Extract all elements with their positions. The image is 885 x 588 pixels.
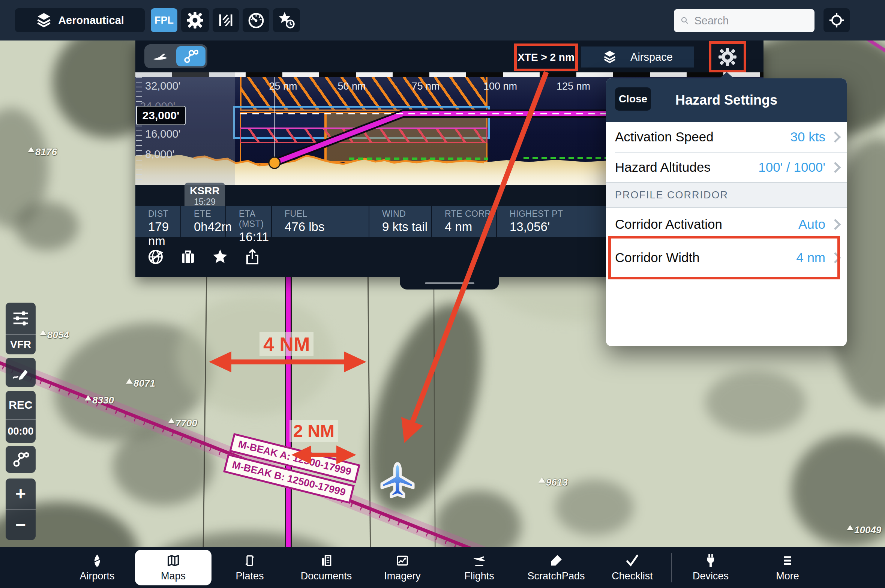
fpl-button[interactable]: FPL (151, 8, 177, 32)
gear-icon (187, 12, 203, 28)
elevation-marker: 10049 (847, 524, 881, 536)
gauge-icon (248, 12, 265, 29)
stat-dist: DIST179 nm (135, 206, 180, 237)
tab-airports[interactable]: Airports (65, 547, 129, 588)
row-corridor-activation[interactable]: Corridor Activation Auto (606, 208, 847, 240)
layers-icon (603, 50, 617, 64)
drag-handle-bar (425, 282, 474, 284)
xte-alert-badge[interactable]: XTE > 2 nm (514, 44, 578, 71)
center-location-button[interactable] (824, 8, 850, 32)
scratchpads-icon (549, 553, 564, 568)
route-icon (12, 451, 29, 468)
maps-icon (166, 553, 181, 568)
corridor-inner-width-label: 2 NM (290, 420, 338, 442)
zoom-controls: + − (6, 478, 36, 540)
popover-title: Hazard Settings (675, 92, 777, 108)
tab-flights[interactable]: Flights (447, 547, 511, 588)
search-box[interactable] (674, 9, 814, 32)
distance-tick-label: 50 nm (338, 81, 366, 92)
waypoint-code: KSRR (186, 185, 224, 197)
layers-button-label: Aeronautical (58, 14, 124, 27)
row-activation-speed[interactable]: Activation Speed 30 kts (606, 122, 847, 152)
tab-scratchpads[interactable]: ScratchPads (524, 547, 588, 588)
distance-tick-label: 100 nm (483, 81, 517, 92)
search-icon (680, 15, 690, 26)
stat-ete: ETE0h42m (180, 206, 225, 237)
profile-mode-aircraft[interactable] (146, 46, 176, 66)
share-icon[interactable] (243, 248, 261, 266)
tab-devices[interactable]: Devices (679, 547, 742, 588)
tab-maps[interactable]: Maps (141, 547, 205, 588)
tab-documents[interactable]: Documents (294, 547, 358, 588)
track-recorder-button[interactable]: REC 00:00 (6, 391, 36, 443)
tab-plates[interactable]: Plates (218, 547, 282, 588)
favorite-star-icon[interactable] (211, 248, 229, 266)
gear-icon (718, 48, 737, 66)
settings-button[interactable] (181, 8, 209, 32)
map-layers-button[interactable]: Aeronautical (15, 8, 145, 32)
corridor-outer-width-label: 4 NM (260, 332, 314, 356)
tab-checklist[interactable]: Checklist (600, 547, 664, 588)
close-button[interactable]: Close (615, 87, 651, 111)
profile-mode-route[interactable] (176, 46, 206, 66)
app-screen: M-BEAK A: 12500-17999 M-BEAK B: 12500-17… (0, 0, 885, 588)
rec-label: REC (6, 391, 36, 419)
bottom-tab-bar: Airports Maps Plates Documents (0, 547, 885, 588)
winds-aloft-button[interactable] (213, 8, 239, 32)
peak-icon (538, 477, 545, 483)
elevation-marker: 8330 (85, 394, 114, 406)
section-profile-corridor: PROFILE CORRIDOR (606, 182, 847, 208)
elevation-marker: 8071 (126, 378, 155, 389)
peak-icon (847, 525, 854, 530)
panel-drag-handle[interactable] (400, 277, 499, 290)
winds-icon (218, 12, 234, 28)
map-settings-vfr-button[interactable]: VFR (6, 303, 36, 354)
annotations-button[interactable] (6, 358, 36, 387)
elevation-marker: 7700 (168, 417, 197, 429)
tab-more[interactable]: More (756, 547, 819, 588)
performance-gauge-button[interactable] (243, 8, 269, 32)
chevron-right-icon (830, 219, 841, 230)
zoom-in-button[interactable]: + (6, 478, 36, 509)
altitude-cursor: 23,000' (136, 106, 186, 125)
tab-imagery[interactable]: Imagery (370, 547, 434, 588)
vfr-label: VFR (6, 335, 36, 354)
chevron-right-icon (830, 162, 841, 173)
popover-header: Close Hazard Settings (606, 78, 847, 122)
briefcase-icon[interactable] (179, 248, 197, 266)
imagery-icon (395, 553, 410, 568)
plates-icon (243, 553, 257, 568)
documents-icon (319, 553, 334, 568)
search-input[interactable] (693, 14, 808, 27)
distance-tick-label: 125 nm (556, 81, 590, 92)
elevation-marker: 9613 (538, 477, 568, 488)
row-corridor-width[interactable]: Corridor Width 4 nm (606, 240, 847, 275)
profile-layer-label: Airspace (630, 51, 673, 63)
stat-rte-corr: RTE CORR4 nm (431, 206, 496, 237)
profile-layer-selector[interactable]: Airspace (581, 46, 694, 68)
zoom-out-button[interactable]: − (6, 510, 36, 540)
peak-icon (85, 395, 92, 400)
hazard-settings-button[interactable] (709, 41, 746, 73)
rec-timer: 00:00 (6, 420, 36, 443)
peak-icon (168, 418, 175, 423)
checklist-icon (625, 553, 640, 568)
globe-flights-icon[interactable] (147, 248, 165, 266)
favorites-recents-button[interactable] (273, 8, 300, 32)
terrain-shading (705, 370, 806, 434)
peak-icon (40, 330, 46, 335)
ownship-airplane-icon (380, 462, 415, 500)
row-hazard-altitudes[interactable]: Hazard Altitudes 100' / 1000' (606, 153, 847, 182)
route-icon (183, 49, 198, 64)
tab-bar-divider (671, 553, 672, 582)
peak-icon (126, 378, 133, 384)
elevation-marker: 8054 (40, 329, 69, 341)
popover-caret (719, 72, 734, 79)
distance-tick-label: 75 nm (411, 81, 440, 92)
airports-icon (90, 553, 104, 568)
elevation-marker: 8176 (28, 146, 57, 158)
more-icon (780, 553, 795, 568)
top-toolbar: Aeronautical FPL (0, 0, 885, 40)
profile-mode-toggle[interactable] (144, 44, 207, 68)
route-editor-button[interactable] (6, 446, 36, 473)
